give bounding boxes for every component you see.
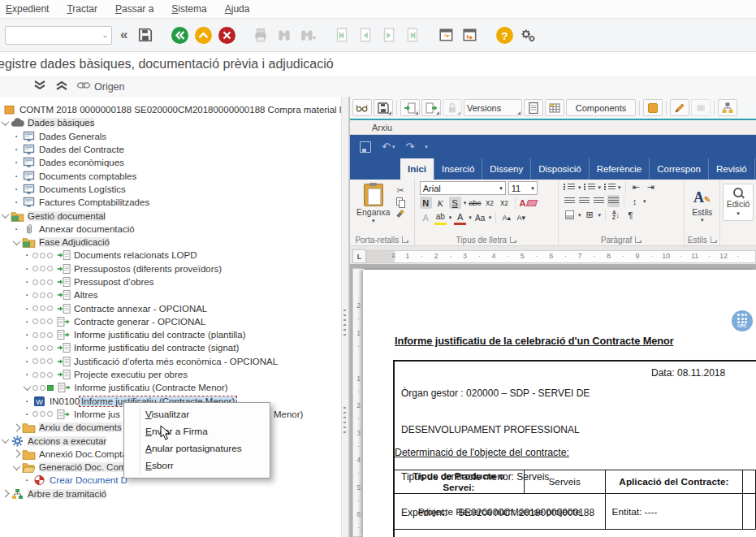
dialog-launcher-icon[interactable] — [402, 236, 408, 243]
hierarchy-button[interactable] — [718, 99, 737, 116]
shortcut-icon[interactable] — [460, 25, 480, 45]
menu-item-sistema[interactable]: Sistema — [162, 1, 215, 17]
clear-formatting-button[interactable]: A — [520, 197, 538, 209]
justify-icon[interactable] — [607, 195, 620, 207]
tab-selector[interactable]: L — [352, 249, 366, 263]
highlight-tool-button[interactable] — [643, 99, 663, 116]
tree-item[interactable]: ·Pressupost d’obres — [0, 275, 341, 288]
strikethrough-button[interactable]: abc — [469, 197, 481, 209]
last-page-icon[interactable] — [403, 25, 422, 45]
styles-button[interactable]: A✎ Estils ▾ — [685, 180, 719, 234]
tree-item[interactable]: ·Dades econòmiques — [0, 156, 341, 169]
versions-button[interactable]: Versions — [464, 99, 522, 116]
chevron-down-icon[interactable] — [0, 213, 11, 219]
tree-item[interactable]: Dades bàsiques — [0, 116, 341, 129]
help-icon[interactable]: ? — [495, 25, 514, 45]
tree-item[interactable]: Informe justificatiu (Contracte Menor) — [0, 381, 341, 394]
chevron-down-icon[interactable] — [11, 240, 22, 245]
editing-button[interactable]: Edició ▾ — [723, 184, 754, 221]
origen-button[interactable]: Origen — [76, 80, 125, 93]
tree-item[interactable]: ·Documents comptables — [0, 169, 341, 182]
chevron-right-icon[interactable] — [0, 491, 11, 496]
document-page[interactable]: UPC Informe justificatiu de la celebraci… — [363, 270, 756, 537]
align-center-icon[interactable] — [578, 195, 590, 207]
save-icon[interactable] — [136, 25, 155, 45]
collapse-all-icon[interactable] — [32, 80, 47, 93]
tree-item[interactable]: ·Contracte generar - OPCIONAL — [0, 315, 341, 328]
shrink-font-button[interactable]: A▾ — [515, 212, 527, 224]
format-painter-icon[interactable] — [396, 210, 402, 218]
underline-button[interactable]: S — [449, 197, 461, 209]
bold-button[interactable]: N — [420, 197, 432, 209]
customize-icon[interactable] — [518, 25, 538, 45]
tree-item[interactable]: ·Documents Logístics — [0, 183, 341, 196]
undo-icon[interactable]: ↶▾ — [382, 141, 395, 153]
back-icon[interactable] — [170, 25, 189, 45]
tree-item[interactable]: Gestió documental — [0, 209, 341, 222]
context-menu-item-visualitzar[interactable]: Visualitzar — [124, 406, 270, 423]
command-field[interactable]: ⌄ — [5, 26, 112, 45]
superscript-button[interactable]: x2 — [499, 197, 511, 209]
find-next-icon[interactable] — [298, 25, 318, 45]
tree-item[interactable]: ·Informe justificatiu del contracte (sig… — [0, 341, 341, 354]
document-info-button[interactable] — [524, 99, 543, 116]
tree-item[interactable]: ·Dades Generals — [0, 130, 341, 143]
numbered-list-icon[interactable] — [584, 181, 596, 193]
print-icon[interactable] — [251, 25, 270, 45]
font-size-select[interactable]: 11▾ — [508, 181, 538, 195]
change-case-button[interactable]: Aa — [474, 212, 486, 224]
decrease-indent-icon[interactable]: ⇤ — [630, 181, 642, 193]
tree-item[interactable]: ·Dades del Contracte — [0, 143, 341, 156]
copy-icon[interactable] — [396, 197, 405, 206]
bullet-list-icon[interactable] — [564, 181, 576, 193]
menu-item-expedient[interactable]: Expedient — [0, 1, 58, 17]
tree-item[interactable]: CONTM 2018 0000000188 SE020000CM20180000… — [0, 103, 341, 116]
menu-item-ajuda[interactable]: Ajuda — [216, 1, 259, 17]
file-menu-row[interactable]: Arxiu — [350, 120, 756, 135]
context-menu-item-esborr[interactable]: Esborr — [124, 457, 270, 474]
new-session-icon[interactable] — [437, 25, 456, 45]
font-name-select[interactable]: Arial▾ — [420, 181, 506, 195]
italic-button[interactable]: K — [434, 197, 447, 209]
menu-item-passar-a[interactable]: Passar a — [106, 1, 162, 17]
tree-item[interactable]: ·Informe justificatiu del contracte (pla… — [0, 328, 341, 341]
lock-button[interactable] — [443, 99, 462, 116]
chevron-down-icon[interactable] — [0, 438, 11, 444]
save-document-button[interactable] — [374, 99, 393, 116]
multilevel-list-icon[interactable] — [603, 181, 616, 193]
ribbon-tab-disseny[interactable]: Disseny — [482, 158, 530, 180]
show-formatting-icon[interactable]: ¶ — [624, 209, 637, 221]
chevron-right-icon[interactable] — [11, 451, 22, 457]
tree-item[interactable]: ·Justificació d’oferta més econòmica - O… — [0, 355, 341, 368]
components-button[interactable]: Components — [566, 99, 636, 116]
collapse-toolbar-icon[interactable]: « — [120, 27, 127, 43]
ribbon-tab-disposició[interactable]: Disposició — [530, 158, 588, 180]
increase-indent-icon[interactable]: ⇥ — [645, 181, 657, 193]
quick-access-dropdown-icon[interactable]: ▾ — [425, 144, 428, 150]
highlight-color-button[interactable]: ab — [434, 210, 447, 225]
export-button[interactable] — [421, 99, 441, 116]
align-right-icon[interactable] — [593, 195, 605, 207]
exit-icon[interactable] — [193, 25, 213, 45]
sort-icon[interactable]: AZ↓ — [610, 209, 622, 221]
ribbon-tab-inserció[interactable]: Inserció — [434, 158, 482, 180]
tree-item[interactable]: ·Pressupostos (diferents proveïdors) — [0, 262, 341, 275]
expand-all-icon[interactable] — [54, 80, 69, 93]
dialog-launcher-icon[interactable] — [635, 236, 642, 243]
chevron-right-icon[interactable] — [11, 425, 22, 431]
ribbon-tab-revisió[interactable]: Revisió — [708, 158, 754, 180]
display-mode-button[interactable] — [352, 99, 372, 116]
redo-icon[interactable]: ↷ — [405, 141, 414, 153]
tree-item[interactable]: ·Annexar documentació — [0, 223, 341, 236]
font-color-button[interactable]: A — [454, 210, 466, 225]
next-page-icon[interactable] — [379, 25, 399, 45]
ribbon-tab-referèncie[interactable]: Referèncie — [589, 158, 650, 180]
chevron-down-icon[interactable] — [22, 385, 32, 391]
panel-splitter[interactable] — [341, 97, 349, 537]
table-view-button[interactable] — [545, 99, 564, 116]
find-icon[interactable] — [274, 25, 294, 45]
cancel-icon[interactable] — [217, 25, 236, 45]
tree-item[interactable]: ·Projecte executiu per obres — [0, 368, 341, 381]
tree-item[interactable]: ·Factures Comptabilitzades — [0, 196, 341, 209]
dialog-launcher-icon[interactable] — [510, 236, 516, 243]
